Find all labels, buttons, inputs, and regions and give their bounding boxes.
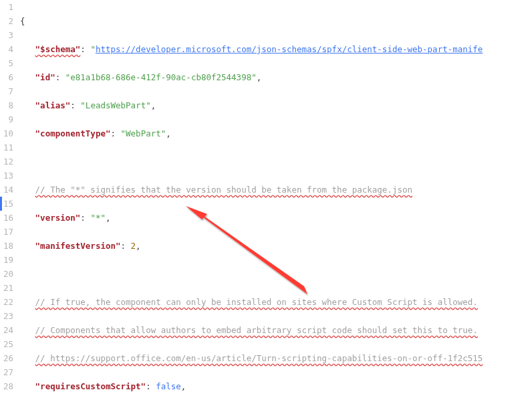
line-number: 11 [0,140,13,155]
code-line[interactable]: "id": "e81a1b68-686e-412f-90ac-cb80f2544… [20,70,532,84]
line-number: 27 [0,365,13,379]
code-line[interactable]: // The "*" signifies that the version sh… [20,183,532,197]
active-line-marker [0,197,2,211]
line-number: 2 [0,14,13,28]
line-number: 1 [0,0,13,14]
line-number: 13 [0,169,13,183]
code-line[interactable]: "requiresCustomScript": false, [20,379,532,393]
line-number: 26 [0,351,13,365]
line-number: 4 [0,42,13,56]
line-number: 25 [0,337,13,351]
line-number: 18 [0,239,13,253]
line-number: 12 [0,155,13,169]
code-line[interactable] [20,267,532,281]
code-line[interactable]: // Components that allow authors to embe… [20,323,532,337]
line-number: 21 [0,281,13,295]
line-number: 17 [0,225,13,239]
line-number: 28 [0,379,13,393]
line-number: 5 [0,56,13,70]
code-line[interactable]: // If true, the component can only be in… [20,295,532,309]
line-number: 7 [0,84,13,98]
line-number: 8 [0,98,13,112]
line-number: 15 [0,197,13,211]
line-number: 24 [0,323,13,337]
line-number: 23 [0,309,13,323]
code-line[interactable]: "componentType": "WebPart", [20,126,532,140]
line-number: 16 [0,211,13,225]
code-line[interactable] [20,155,532,169]
code-line[interactable]: "version": "*", [20,211,532,225]
code-line[interactable]: "$schema": "https://developer.microsoft.… [20,42,532,56]
line-number: 6 [0,70,13,84]
line-number: 9 [0,112,13,126]
schema-url[interactable]: https://developer.microsoft.com/json-sch… [96,44,483,54]
line-number-gutter: 1 2 3 4 5 6 7 8 9 10 11 12 13 14 15 16 1… [0,0,20,404]
code-line[interactable]: { [20,14,532,28]
code-editor[interactable]: { "$schema": "https://developer.microsof… [20,0,532,404]
line-number: 19 [0,253,13,267]
line-number: 14 [0,183,13,197]
line-number: 22 [0,295,13,309]
line-number: 20 [0,267,13,281]
code-line[interactable]: // https://support.office.com/en-us/arti… [20,351,532,365]
svg-marker-1 [199,213,307,294]
line-number: 10 [0,126,13,140]
code-line[interactable]: "alias": "LeadsWebPart", [20,98,532,112]
code-line[interactable]: "manifestVersion": 2, [20,239,532,253]
line-number: 3 [0,28,13,42]
